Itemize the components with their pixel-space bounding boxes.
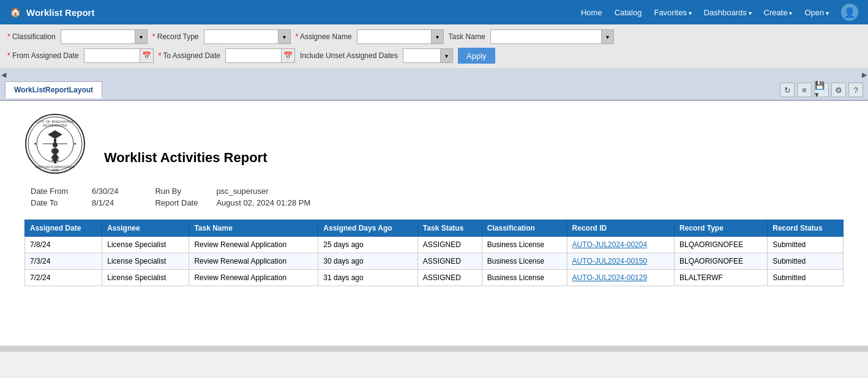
cell-assigned-date: 7/8/24 — [25, 237, 102, 253]
cell-record-status: Submitted — [768, 237, 844, 253]
report-title-area: Worklist Activities Report — [104, 113, 268, 166]
cell-record-status: Submitted — [768, 253, 844, 270]
from-date-label: * From Assigned Date — [7, 51, 79, 60]
nav-open[interactable]: Open — [804, 8, 829, 17]
report-meta-date-from: Date From 6/30/24 — [31, 187, 118, 196]
nav-dashboards[interactable]: Dashboards — [704, 8, 752, 17]
task-name-dropdown-btn[interactable]: ▾ — [601, 30, 613, 43]
to-date-input[interactable]: 08-02-2024 — [226, 49, 281, 62]
from-date-input[interactable]: 07-01-2024 — [84, 49, 140, 62]
settings-icon-btn[interactable]: ⚙ — [831, 83, 846, 97]
from-date-input-wrap: 07-01-2024 📅 — [84, 48, 154, 63]
col-assigned-date: Assigned Date — [25, 220, 102, 237]
col-task-status: Task Status — [417, 220, 482, 237]
report-date-label: Report Date — [155, 198, 204, 207]
cell-record-id[interactable]: AUTO-JUL2024-00150 — [567, 253, 674, 270]
task-name-input[interactable]: Review Renewal Application — [491, 30, 601, 43]
unset-dates-label: Include Unset Assigned Dates — [300, 51, 398, 60]
report-title: Worklist Activities Report — [104, 150, 268, 166]
report-meta-report-date: Report Date August 02, 2024 01:28 PM — [155, 198, 310, 207]
filter-bar: * Classification All ▾ * Record Type All… — [0, 24, 868, 69]
to-date-label: * To Assigned Date — [159, 51, 220, 60]
tab-icon-group: ↻ ≡ 💾▾ ⚙ ? — [780, 83, 863, 97]
report-outer-wrapper: CITY OF INNOVATION INCORPORATED — [0, 101, 868, 352]
list-icon-btn[interactable]: ≡ — [797, 83, 812, 97]
report-meta: Date From 6/30/24 Date To 8/1/24 Run By … — [31, 187, 844, 207]
table-row: 7/8/24License SpecialistReview Renewal A… — [25, 237, 844, 253]
nav-home[interactable]: Home — [581, 8, 602, 17]
assignee-name-input[interactable]: All — [357, 30, 431, 43]
tab-bar: WorkListReportLayout ↻ ≡ 💾▾ ⚙ ? — [0, 80, 868, 101]
brand-label: Worklist Report — [26, 7, 94, 18]
cell-record-type: BLQAORIGNOFEE — [675, 253, 768, 270]
nav-create[interactable]: Create — [764, 8, 793, 17]
cell-classification: Business License — [482, 253, 567, 270]
table-row: 7/3/24License SpecialistReview Renewal A… — [25, 253, 844, 270]
table-body: 7/8/24License SpecialistReview Renewal A… — [25, 237, 844, 286]
cell-record-id-link[interactable]: AUTO-JUL2024-00150 — [572, 257, 648, 265]
col-assignee: Assignee — [102, 220, 189, 237]
cell-assignee: License Specialist — [102, 270, 189, 286]
to-date-input-wrap: 08-02-2024 📅 — [225, 48, 295, 63]
task-name-select-wrap: Review Renewal Application ▾ — [490, 29, 614, 44]
scroll-right-arrow[interactable]: ▶ — [862, 71, 867, 79]
help-icon-btn[interactable]: ? — [848, 83, 863, 97]
report-header: CITY OF INNOVATION INCORPORATED — [24, 113, 844, 174]
cell-record-id-link[interactable]: AUTO-JUL2024-00204 — [572, 240, 648, 249]
cell-task-name: Review Renewal Application — [189, 270, 318, 286]
nav-catalog[interactable]: Catalog — [615, 8, 642, 17]
cell-task-name: Review Renewal Application — [189, 253, 318, 270]
record-type-input[interactable]: All — [204, 30, 278, 43]
cell-task-name: Review Renewal Application — [189, 237, 318, 253]
tab-worklist-report-layout[interactable]: WorkListReportLayout — [5, 81, 102, 98]
date-to-label: Date To — [31, 198, 80, 207]
cell-task-status: ASSIGNED — [417, 237, 482, 253]
cell-assigned-days-ago: 25 days ago — [318, 237, 418, 253]
classification-dropdown-btn[interactable]: ▾ — [135, 30, 147, 43]
col-classification: Classification — [482, 220, 567, 237]
cell-classification: Business License — [482, 237, 567, 253]
brand[interactable]: 🏠 Worklist Report — [10, 7, 94, 18]
record-type-label: * Record Type — [152, 32, 199, 41]
report-meta-dates: Date From 6/30/24 Date To 8/1/24 — [31, 187, 118, 207]
col-assigned-days-ago: Assigned Days Ago — [318, 220, 418, 237]
refresh-icon-btn[interactable]: ↻ — [780, 83, 795, 97]
apply-button[interactable]: Apply — [458, 48, 495, 64]
assignee-name-dropdown-btn[interactable]: ▾ — [431, 30, 443, 43]
record-type-dropdown-btn[interactable]: ▾ — [278, 30, 290, 43]
cell-record-id[interactable]: AUTO-JUL2024-00129 — [567, 270, 674, 286]
top-navigation: 🏠 Worklist Report Home Catalog Favorites… — [0, 0, 868, 24]
col-record-status: Record Status — [768, 220, 844, 237]
cell-assignee: License Specialist — [102, 253, 189, 270]
to-date-calendar-btn[interactable]: 📅 — [281, 49, 294, 62]
filter-row-1: * Classification All ▾ * Record Type All… — [7, 29, 861, 44]
svg-rect-13 — [54, 161, 56, 163]
cell-assigned-date: 7/3/24 — [25, 253, 102, 270]
user-avatar[interactable]: 👤 — [841, 4, 858, 21]
date-from-label: Date From — [31, 187, 80, 196]
save-icon-btn[interactable]: 💾▾ — [814, 83, 829, 97]
date-to-value: 8/1/24 — [92, 198, 114, 207]
filter-row-2: * From Assigned Date 07-01-2024 📅 * To A… — [7, 48, 861, 64]
date-from-value: 6/30/24 — [92, 187, 118, 196]
unset-dates-input[interactable]: Yes — [403, 49, 440, 62]
cell-assigned-days-ago: 30 days ago — [318, 253, 418, 270]
home-icon: 🏠 — [10, 7, 21, 18]
scroll-left-arrow[interactable]: ◀ — [1, 71, 6, 79]
from-date-calendar-btn[interactable]: 📅 — [140, 49, 153, 62]
cell-record-id-link[interactable]: AUTO-JUL2024-00129 — [572, 273, 648, 282]
svg-text:★: ★ — [34, 142, 37, 146]
col-record-type: Record Type — [675, 220, 768, 237]
classification-input[interactable]: All — [61, 30, 135, 43]
nav-favorites[interactable]: Favorites — [654, 8, 691, 17]
task-name-label: Task Name — [449, 32, 485, 41]
report-meta-run-info: Run By psc_superuser Report Date August … — [155, 187, 310, 207]
table-row: 7/2/24License SpecialistReview Renewal A… — [25, 270, 844, 286]
col-task-name: Task Name — [189, 220, 318, 237]
svg-text:★: ★ — [73, 142, 77, 146]
cell-record-id[interactable]: AUTO-JUL2024-00204 — [567, 237, 674, 253]
assignee-name-select-wrap: All ▾ — [357, 29, 444, 44]
cell-task-status: ASSIGNED — [417, 270, 482, 286]
table-header: Assigned Date Assignee Task Name Assigne… — [25, 220, 844, 237]
unset-dates-dropdown-btn[interactable]: ▾ — [440, 49, 452, 62]
